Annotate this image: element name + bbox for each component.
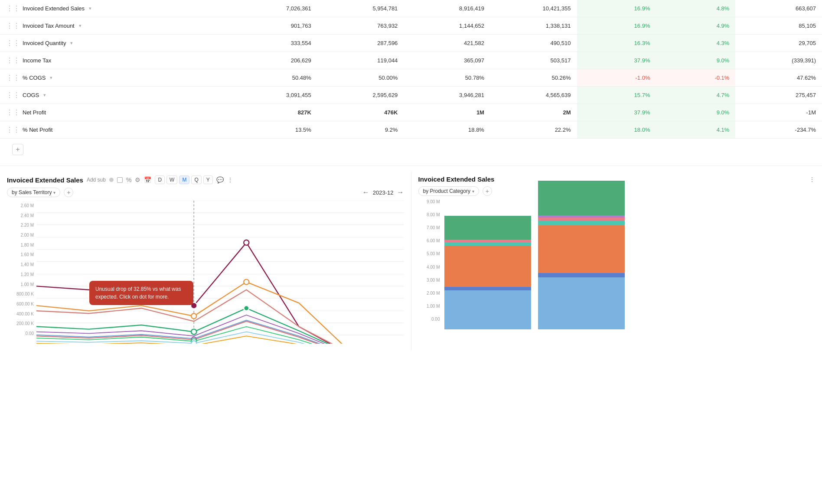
table-row-drag: ⋮⋮ Net Profit	[0, 104, 231, 121]
drag-handle-cogs[interactable]: ⋮⋮	[6, 91, 20, 99]
dot-toggle[interactable]	[109, 178, 114, 182]
last-income-tax: (339,391)	[735, 52, 822, 69]
bar-segment	[538, 221, 625, 225]
chevron-down-icon: ▾	[472, 189, 474, 194]
val2-income-tax: 365,097	[404, 52, 490, 69]
bar-segment	[444, 246, 531, 287]
val3-pct-cogs: 50.26%	[490, 69, 577, 87]
y-label: 2.00 M	[7, 233, 36, 237]
last-net-profit: -1M	[735, 104, 822, 121]
chevron-icon-cogs[interactable]: ▾	[43, 92, 46, 98]
category-filter-chip[interactable]: by Product Category ▾	[418, 186, 479, 196]
toolbar-btn-w[interactable]: W	[166, 176, 177, 184]
toolbar-btn-m[interactable]: M	[179, 176, 189, 184]
val0-income-tax: 206,629	[231, 52, 317, 69]
svg-point-23	[191, 329, 196, 335]
val2-net-profit: 1M	[404, 104, 490, 121]
val2-invoiced-tax-amount: 1,144,652	[404, 17, 490, 35]
drag-handle-pct-net-profit[interactable]: ⋮⋮	[6, 126, 20, 134]
row-label-invoiced-tax-amount: Invoiced Tax Amount	[23, 23, 75, 29]
val3-invoiced-tax-amount: 1,338,131	[490, 17, 577, 35]
right-chart-area: 9.00 M8.00 M7.00 M6.00 M5.00 M4.00 M3.00…	[418, 199, 815, 329]
drag-handle-net-profit[interactable]: ⋮⋮	[6, 108, 20, 117]
more-icon[interactable]: ⋮	[227, 176, 233, 183]
y-label: 1.00 M	[7, 282, 36, 287]
toolbar-btn-d[interactable]: D	[155, 176, 165, 184]
comment-icon[interactable]: 💬	[216, 176, 224, 183]
val2-pct-cogs: 50.78%	[404, 69, 490, 87]
pct2-net-profit: 9.0%	[656, 104, 735, 121]
line-chart-svg	[36, 201, 404, 344]
nav-next-arrow[interactable]: →	[397, 189, 404, 196]
y-label: 1.40 M	[7, 262, 36, 267]
pct2-invoiced-quantity: 4.3%	[656, 35, 735, 52]
y-label: 1.20 M	[7, 272, 36, 277]
pct2-invoiced-extended-sales: 4.8%	[656, 0, 735, 17]
val3-net-profit: 2M	[490, 104, 577, 121]
drag-handle-invoiced-extended-sales[interactable]: ⋮⋮	[6, 4, 20, 13]
checkbox-toggle[interactable]	[117, 177, 123, 183]
val1-pct-net-profit: 9.2%	[317, 121, 404, 139]
bar-segment	[444, 290, 531, 329]
add-row-button[interactable]: +	[12, 144, 23, 155]
settings-icon[interactable]: ⚙	[135, 176, 140, 183]
drag-handle-invoiced-tax-amount[interactable]: ⋮⋮	[6, 22, 20, 30]
table-row-drag: ⋮⋮ % Net Profit	[0, 121, 231, 139]
bar-chart-area	[418, 199, 815, 329]
add-filter-button[interactable]: +	[64, 188, 73, 197]
last-cogs: 275,457	[735, 87, 822, 104]
territory-filter-chip[interactable]: by Sales Territory ▾	[7, 188, 60, 197]
toolbar-btn-y[interactable]: Y	[203, 176, 213, 184]
svg-point-16	[244, 240, 249, 245]
drag-handle-income-tax[interactable]: ⋮⋮	[6, 56, 20, 65]
right-add-filter-button[interactable]: +	[483, 186, 492, 196]
toolbar-btn-q[interactable]: Q	[191, 176, 201, 184]
chevron-icon-invoiced-quantity[interactable]: ▾	[70, 40, 73, 46]
val0-net-profit: 827K	[231, 104, 317, 121]
bottom-section: Invoiced Extended Sales Add sub % ⚙ 📅 DW…	[0, 166, 822, 351]
percent-icon[interactable]: %	[126, 176, 131, 183]
last-invoiced-tax-amount: 85,105	[735, 17, 822, 35]
pct1-cogs: 15.7%	[577, 87, 656, 104]
drag-handle-invoiced-quantity[interactable]: ⋮⋮	[6, 39, 20, 47]
svg-point-18	[244, 280, 249, 285]
val0-invoiced-quantity: 333,554	[231, 35, 317, 52]
metrics-table: ⋮⋮ Invoiced Extended Sales ▾ 7,026,361 5…	[0, 0, 822, 139]
right-more-icon[interactable]: ⋮	[809, 176, 815, 183]
table-row-drag: ⋮⋮ % COGS ▾	[0, 69, 231, 87]
val2-invoiced-quantity: 421,582	[404, 35, 490, 52]
nav-prev-arrow[interactable]: ←	[362, 189, 369, 196]
val1-cogs: 2,595,629	[317, 87, 404, 104]
chevron-icon-invoiced-tax-amount[interactable]: ▾	[79, 23, 82, 29]
y-label: 1.80 M	[7, 243, 36, 247]
table-row-drag: ⋮⋮ Income Tax	[0, 52, 231, 69]
val1-invoiced-tax-amount: 763,932	[317, 17, 404, 35]
val2-invoiced-extended-sales: 8,916,419	[404, 0, 490, 17]
add-sub-button[interactable]: Add sub	[87, 177, 106, 183]
row-label-invoiced-quantity: Invoiced Quantity	[23, 40, 66, 46]
last-pct-net-profit: -234.7%	[735, 121, 822, 139]
svg-point-20	[244, 306, 249, 311]
chevron-icon-invoiced-extended-sales[interactable]: ▾	[89, 6, 91, 11]
toolbar: DWMQY	[155, 176, 212, 184]
drag-handle-pct-cogs[interactable]: ⋮⋮	[6, 74, 20, 82]
val1-invoiced-quantity: 287,596	[317, 35, 404, 52]
pct1-invoiced-tax-amount: 16.9%	[577, 17, 656, 35]
last-pct-cogs: 47.62%	[735, 69, 822, 87]
table-row-drag: ⋮⋮ COGS ▾	[0, 87, 231, 104]
y-label: 2.40 M	[7, 213, 36, 218]
val0-pct-net-profit: 13.5%	[231, 121, 317, 139]
val0-invoiced-extended-sales: 7,026,361	[231, 0, 317, 17]
calendar-icon[interactable]: 📅	[144, 176, 151, 183]
bar-segment	[444, 216, 531, 240]
chevron-icon-pct-cogs[interactable]: ▾	[50, 75, 52, 81]
row-label-net-profit: Net Profit	[23, 109, 46, 116]
val0-cogs: 3,091,455	[231, 87, 317, 104]
category-filter-label: by Product Category	[423, 188, 470, 194]
bar-segment	[538, 273, 625, 277]
val1-income-tax: 119,044	[317, 52, 404, 69]
pct1-invoiced-quantity: 16.3%	[577, 35, 656, 52]
last-invoiced-quantity: 29,705	[735, 35, 822, 52]
bar-segment	[444, 287, 531, 290]
val0-invoiced-tax-amount: 901,763	[231, 17, 317, 35]
